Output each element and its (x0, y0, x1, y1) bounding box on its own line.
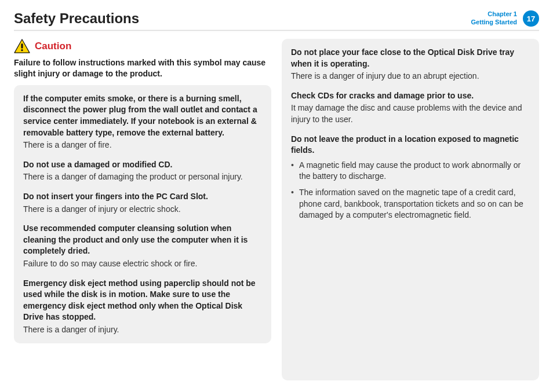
safety-item: Use recommended computer cleansing solut… (23, 223, 262, 269)
chapter-label: Chapter 1 Getting Started (471, 10, 517, 27)
caution-icon (14, 39, 30, 54)
safety-item: Do not place your face close to the Opti… (291, 47, 530, 82)
safety-desc: There is a danger of injury. (23, 324, 262, 336)
page-number-badge: 17 (523, 10, 539, 27)
page-header: Safety Precautions Chapter 1 Getting Sta… (14, 10, 539, 31)
safety-desc: It may damage the disc and cause problem… (291, 102, 530, 125)
safety-item: Do not insert your fingers into the PC C… (23, 191, 262, 215)
chapter-line-1: Chapter 1 (471, 10, 517, 19)
column-right: Do not place your face close to the Opti… (282, 39, 539, 380)
safety-heading: Do not leave the product in a location e… (291, 134, 530, 156)
safety-item: Check CDs for cracks and damage prior to… (291, 90, 530, 126)
safety-heading: If the computer emits smoke, or there is… (23, 93, 262, 138)
list-item: A magnetic field may cause the product t… (291, 160, 530, 182)
safety-item: Do not leave the product in a location e… (291, 134, 530, 221)
column-left: Caution Failure to follow instructions m… (14, 39, 271, 380)
list-item: The information saved on the magnetic ta… (291, 187, 530, 221)
safety-desc: There is a danger of injury due to an ab… (291, 71, 530, 82)
caution-heading: Caution (14, 39, 271, 54)
page-meta: Chapter 1 Getting Started 17 (471, 10, 539, 27)
caution-intro: Failure to follow instructions marked wi… (14, 57, 271, 79)
safety-heading: Do not place your face close to the Opti… (291, 47, 530, 69)
safety-desc: Failure to do so may cause electric shoc… (23, 258, 262, 270)
safety-item: Emergency disk eject method using paperc… (23, 278, 262, 336)
safety-heading: Do not insert your fingers into the PC C… (23, 191, 262, 203)
svg-rect-0 (21, 43, 23, 48)
panel-right: Do not place your face close to the Opti… (282, 39, 539, 380)
safety-desc: There is a danger of fire. (23, 140, 262, 151)
svg-point-1 (21, 49, 23, 51)
page-title: Safety Precautions (14, 10, 139, 27)
safety-list: A magnetic field may cause the product t… (291, 160, 530, 221)
safety-heading: Use recommended computer cleansing solut… (23, 223, 262, 257)
safety-heading: Do not use a damaged or modified CD. (23, 159, 262, 171)
safety-heading: Check CDs for cracks and damage prior to… (291, 90, 530, 102)
safety-desc: There is a danger of injury or electric … (23, 204, 262, 215)
caution-label: Caution (35, 41, 71, 52)
safety-desc: There is a danger of damaging the produc… (23, 171, 262, 183)
panel-left: If the computer emits smoke, or there is… (14, 85, 271, 344)
safety-item: Do not use a damaged or modified CD. The… (23, 159, 262, 183)
safety-heading: Emergency disk eject method using paperc… (23, 278, 262, 323)
chapter-line-2: Getting Started (471, 19, 517, 27)
safety-item: If the computer emits smoke, or there is… (23, 93, 262, 151)
